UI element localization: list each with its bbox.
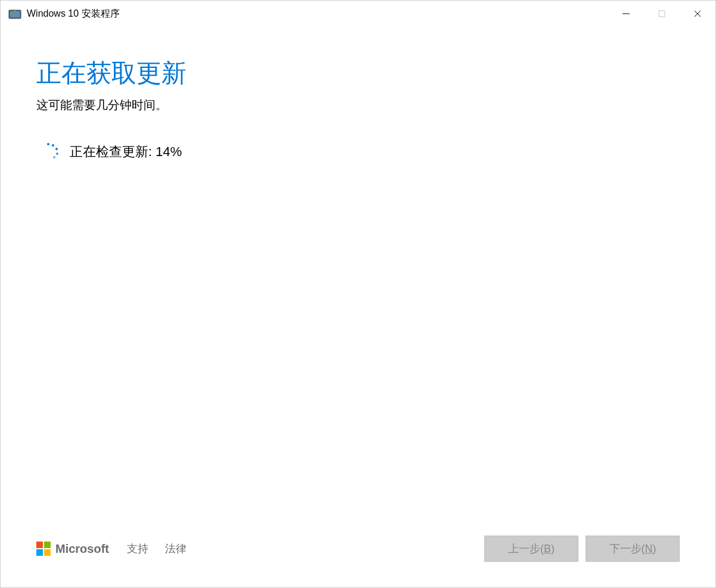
support-link[interactable]: 支持 — [127, 542, 148, 556]
microsoft-brand: Microsoft — [36, 542, 109, 556]
progress-text: 正在检查更新: 14% — [70, 143, 182, 161]
title-bar: Windows 10 安装程序 — [1, 1, 715, 27]
back-button: 上一步(B) — [484, 536, 578, 562]
footer-links: 支持 法律 — [127, 542, 186, 556]
footer: Microsoft 支持 法律 上一步(B) 下一步(N) — [1, 534, 715, 587]
spinner-icon — [41, 143, 59, 161]
microsoft-logo-icon — [36, 542, 51, 556]
close-button[interactable] — [680, 1, 715, 27]
page-subheading: 这可能需要几分钟时间。 — [36, 97, 680, 113]
page-heading: 正在获取更新 — [36, 57, 680, 90]
svg-point-2 — [10, 11, 13, 14]
minimize-button[interactable] — [608, 1, 644, 27]
microsoft-text: Microsoft — [55, 542, 109, 556]
nav-buttons: 上一步(B) 下一步(N) — [484, 536, 680, 562]
svg-rect-4 — [659, 11, 665, 17]
window-title: Windows 10 安装程序 — [27, 8, 608, 20]
window-controls — [608, 1, 715, 27]
app-icon — [8, 7, 22, 21]
maximize-button — [644, 1, 680, 27]
progress-row: 正在检查更新: 14% — [36, 143, 680, 161]
content-area: 正在获取更新 这可能需要几分钟时间。 正在检查更新: 14% — [1, 27, 715, 534]
legal-link[interactable]: 法律 — [165, 542, 186, 556]
next-button: 下一步(N) — [586, 536, 680, 562]
